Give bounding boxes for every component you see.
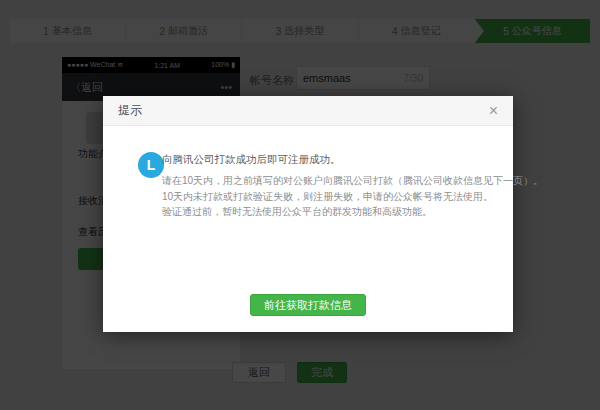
notice-modal: 提示 × L 向腾讯公司打款成功后即可注册成功。 请在10天内，用之前填写的对公… — [103, 96, 513, 332]
get-payment-info-button[interactable]: 前往获取打款信息 — [250, 294, 366, 316]
modal-title: 提示 — [118, 102, 142, 119]
detail-line: 10天内未打款或打款验证失败，则注册失败，申请的公众帐号将无法使用。 — [162, 189, 543, 205]
modal-header: 提示 × — [103, 96, 513, 126]
detail-line: 请在10天内，用之前填写的对公账户向腾讯公司打款（腾讯公司收款信息见下一页）。 — [162, 173, 543, 189]
detail-line: 验证通过前，暂时无法使用公众平台的群发功能和高级功能。 — [162, 204, 543, 220]
modal-intro-line: 向腾讯公司打款成功后即可注册成功。 — [162, 153, 341, 167]
modal-detail-lines: 请在10天内，用之前填写的对公账户向腾讯公司打款（腾讯公司收款信息见下一页）。 … — [162, 173, 543, 220]
modal-body: L 向腾讯公司打款成功后即可注册成功。 请在10天内，用之前填写的对公账户向腾讯… — [103, 126, 513, 286]
clock-icon: L — [138, 152, 164, 178]
modal-footer: 前往获取打款信息 — [103, 294, 513, 316]
registration-page: 1 基本信息 2 邮箱激活 3 选择类型 4 信息登记 5 公众号信息 ●●●●… — [0, 0, 600, 410]
close-icon[interactable]: × — [489, 103, 498, 119]
